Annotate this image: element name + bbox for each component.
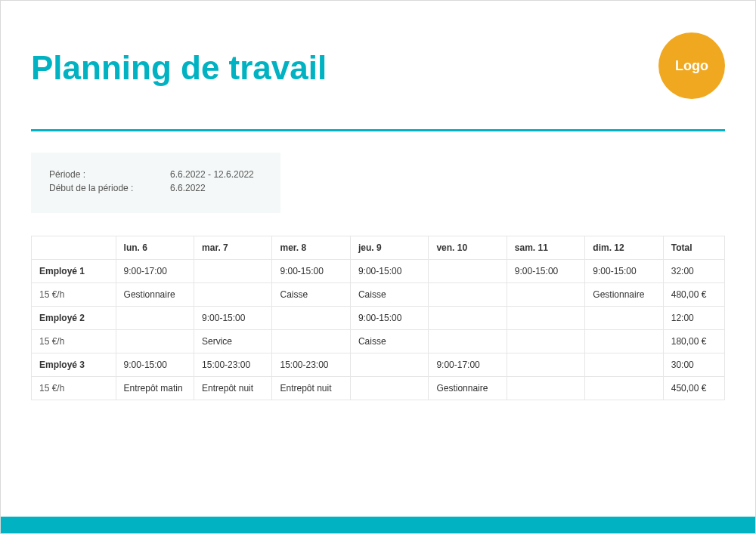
- col-day-0: lun. 6: [116, 236, 194, 260]
- col-day-5: sam. 11: [507, 236, 584, 260]
- total-time: 30:00: [663, 353, 724, 377]
- role-cell: [507, 377, 584, 400]
- table-row: 15 €/hEntrepôt matinEntrepôt nuitEntrepô…: [32, 377, 725, 400]
- logo-badge: Logo: [658, 32, 725, 99]
- document-page: Planning de travail Logo Période : 6.6.2…: [0, 0, 756, 534]
- employee-rate: 15 €/h: [32, 377, 116, 400]
- time-cell: [585, 353, 663, 377]
- time-cell: [350, 353, 428, 377]
- footer-bar: [1, 517, 755, 533]
- time-cell: [429, 260, 507, 283]
- role-cell: Entrepôt nuit: [272, 377, 350, 400]
- meta-box: Période : 6.6.2022 - 12.6.2022 Début de …: [31, 153, 280, 213]
- meta-value-start: 6.6.2022: [170, 183, 262, 193]
- col-name: [32, 236, 116, 260]
- table-row: Employé 29:00-15:009:00-15:0012:00: [32, 307, 725, 330]
- table-row: Employé 39:00-15:0015:00-23:0015:00-23:0…: [32, 353, 725, 377]
- total-time: 12:00: [663, 307, 724, 330]
- divider: [31, 129, 725, 131]
- time-cell: [507, 307, 584, 330]
- header-row: Planning de travail Logo: [31, 37, 725, 99]
- role-cell: Caisse: [350, 283, 428, 307]
- meta-label-start: Début de la période :: [49, 183, 170, 193]
- time-cell: 9:00-15:00: [507, 260, 584, 283]
- role-cell: [272, 330, 350, 353]
- role-cell: [429, 283, 507, 307]
- time-cell: 9:00-15:00: [585, 260, 663, 283]
- time-cell: 9:00-15:00: [350, 307, 428, 330]
- meta-row-start: Début de la période : 6.6.2022: [49, 183, 262, 193]
- total-pay: 480,00 €: [663, 283, 724, 307]
- col-total: Total: [663, 236, 724, 260]
- time-cell: 9:00-15:00: [350, 260, 428, 283]
- role-cell: [507, 330, 584, 353]
- role-cell: [116, 330, 194, 353]
- employee-name: Employé 1: [32, 260, 116, 283]
- schedule-table: lun. 6 mar. 7 mer. 8 jeu. 9 ven. 10 sam.…: [31, 236, 725, 400]
- employee-name: Employé 3: [32, 353, 116, 377]
- header-row: lun. 6 mar. 7 mer. 8 jeu. 9 ven. 10 sam.…: [32, 236, 725, 260]
- role-cell: [429, 330, 507, 353]
- role-cell: Entrepôt matin: [116, 377, 194, 400]
- time-cell: 9:00-15:00: [194, 307, 272, 330]
- role-cell: [194, 283, 272, 307]
- role-cell: [585, 377, 663, 400]
- employee-rate: 15 €/h: [32, 330, 116, 353]
- total-time: 32:00: [663, 260, 724, 283]
- col-day-6: dim. 12: [585, 236, 663, 260]
- time-cell: 9:00-15:00: [272, 260, 350, 283]
- time-cell: 15:00-23:00: [272, 353, 350, 377]
- total-pay: 180,00 €: [663, 330, 724, 353]
- role-cell: Service: [194, 330, 272, 353]
- role-cell: Caisse: [350, 330, 428, 353]
- meta-row-period: Période : 6.6.2022 - 12.6.2022: [49, 169, 262, 180]
- time-cell: [116, 307, 194, 330]
- page-title: Planning de travail: [31, 49, 327, 87]
- time-cell: [429, 307, 507, 330]
- role-cell: Entrepôt nuit: [194, 377, 272, 400]
- time-cell: 15:00-23:00: [194, 353, 272, 377]
- time-cell: 9:00-15:00: [116, 353, 194, 377]
- role-cell: Gestionnaire: [429, 377, 507, 400]
- col-day-1: mar. 7: [194, 236, 272, 260]
- col-day-3: jeu. 9: [350, 236, 428, 260]
- role-cell: [350, 377, 428, 400]
- time-cell: [194, 260, 272, 283]
- employee-name: Employé 2: [32, 307, 116, 330]
- total-pay: 450,00 €: [663, 377, 724, 400]
- role-cell: [585, 330, 663, 353]
- role-cell: Caisse: [272, 283, 350, 307]
- role-cell: [507, 283, 584, 307]
- meta-label-period: Période :: [49, 169, 170, 180]
- role-cell: Gestionnaire: [116, 283, 194, 307]
- time-cell: [585, 307, 663, 330]
- col-day-2: mer. 8: [272, 236, 350, 260]
- time-cell: [507, 353, 584, 377]
- role-cell: Gestionnaire: [585, 283, 663, 307]
- time-cell: 9:00-17:00: [429, 353, 507, 377]
- time-cell: 9:00-17:00: [116, 260, 194, 283]
- table-row: 15 €/hServiceCaisse180,00 €: [32, 330, 725, 353]
- meta-value-period: 6.6.2022 - 12.6.2022: [170, 169, 262, 180]
- content: Planning de travail Logo Période : 6.6.2…: [1, 1, 755, 400]
- employee-rate: 15 €/h: [32, 283, 116, 307]
- table-row: 15 €/hGestionnaireCaisseCaisseGestionnai…: [32, 283, 725, 307]
- col-day-4: ven. 10: [429, 236, 507, 260]
- time-cell: [272, 307, 350, 330]
- table-row: Employé 19:00-17:009:00-15:009:00-15:009…: [32, 260, 725, 283]
